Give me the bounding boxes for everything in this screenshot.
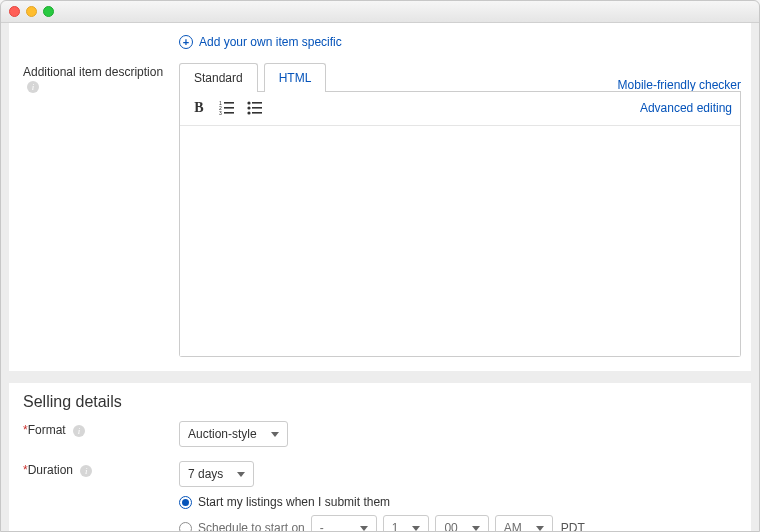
schedule-radio-row[interactable]: Schedule to start on - 1 00	[179, 515, 741, 532]
info-icon[interactable]: i	[80, 465, 92, 477]
start-now-label: Start my listings when I submit them	[198, 495, 390, 509]
tab-html[interactable]: HTML	[264, 63, 327, 92]
schedule-ampm-dropdown[interactable]: AM	[495, 515, 553, 532]
svg-rect-3	[224, 107, 234, 109]
advanced-editing-link[interactable]: Advanced editing	[640, 101, 732, 115]
chevron-down-icon	[472, 526, 480, 531]
plus-icon: +	[179, 35, 193, 49]
chevron-down-icon	[237, 472, 245, 477]
mobile-friendly-checker-link[interactable]: Mobile-friendly checker	[618, 70, 741, 92]
unordered-list-icon	[247, 101, 263, 115]
schedule-date-value: 1	[392, 521, 399, 532]
svg-point-6	[247, 101, 250, 104]
duration-label: *Duration i	[23, 461, 179, 477]
duration-dropdown[interactable]: 7 days	[179, 461, 254, 487]
info-icon[interactable]: i	[73, 425, 85, 437]
window-minimize-button[interactable]	[26, 6, 37, 17]
format-label: *Format i	[23, 421, 179, 437]
schedule-month-value: -	[320, 521, 324, 532]
chevron-down-icon	[412, 526, 420, 531]
editor-wrap: B 1 2 3	[179, 91, 741, 357]
svg-point-10	[247, 111, 250, 114]
svg-rect-11	[252, 112, 262, 114]
unordered-list-button[interactable]	[244, 97, 266, 119]
chevron-down-icon	[536, 526, 544, 531]
svg-point-8	[247, 106, 250, 109]
schedule-label: Schedule to start on	[198, 521, 305, 532]
app-window: + Add your own item specific Additional …	[0, 0, 760, 532]
window-zoom-button[interactable]	[43, 6, 54, 17]
bold-icon: B	[194, 100, 203, 116]
svg-rect-9	[252, 107, 262, 109]
titlebar	[1, 1, 759, 23]
tab-standard[interactable]: Standard	[179, 63, 258, 92]
chevron-down-icon	[271, 432, 279, 437]
chevron-down-icon	[360, 526, 368, 531]
editor-tabs: Standard HTML Mobile-friendly checker	[179, 63, 741, 92]
schedule-month-dropdown[interactable]: -	[311, 515, 377, 532]
svg-rect-5	[224, 112, 234, 114]
description-label: Additional item description i	[23, 63, 179, 93]
description-panel: + Add your own item specific Additional …	[9, 23, 751, 371]
add-item-specific-link[interactable]: + Add your own item specific	[179, 27, 741, 63]
schedule-minute-dropdown[interactable]: 00	[435, 515, 488, 532]
svg-rect-1	[224, 102, 234, 104]
schedule-timezone: PDT	[561, 521, 585, 532]
svg-text:3: 3	[219, 110, 222, 115]
format-value: Auction-style	[188, 427, 257, 441]
info-icon[interactable]: i	[27, 81, 39, 93]
radio-start-now[interactable]	[179, 496, 192, 509]
radio-schedule[interactable]	[179, 522, 192, 533]
ordered-list-icon: 1 2 3	[219, 101, 235, 115]
window-close-button[interactable]	[9, 6, 20, 17]
format-dropdown[interactable]: Auction-style	[179, 421, 288, 447]
description-editor[interactable]	[180, 126, 740, 356]
schedule-date-dropdown[interactable]: 1	[383, 515, 430, 532]
ordered-list-button[interactable]: 1 2 3	[216, 97, 238, 119]
duration-value: 7 days	[188, 467, 223, 481]
editor-toolbar: B 1 2 3	[180, 91, 740, 126]
svg-rect-7	[252, 102, 262, 104]
schedule-ampm-value: AM	[504, 521, 522, 532]
selling-details-panel: Selling details *Format i Auction-style …	[9, 383, 751, 532]
schedule-minute-value: 00	[444, 521, 457, 532]
bold-button[interactable]: B	[188, 97, 210, 119]
content-area: + Add your own item specific Additional …	[1, 23, 759, 532]
add-item-specific-label: Add your own item specific	[199, 35, 342, 49]
start-now-radio-row[interactable]: Start my listings when I submit them	[179, 495, 741, 509]
selling-details-title: Selling details	[9, 383, 751, 415]
